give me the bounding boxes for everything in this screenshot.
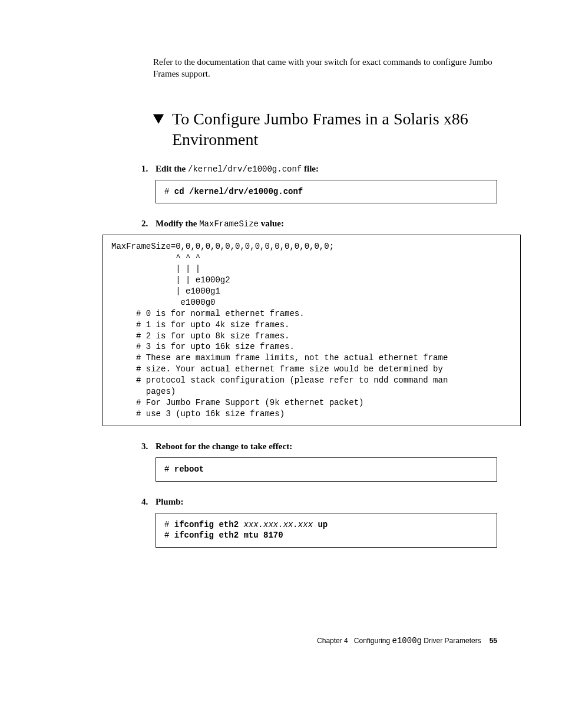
step-4: Plumb: # ifconfig eth2 xxx.xxx.xx.xxx up…: [141, 497, 497, 548]
section-heading: To Configure Jumbo Frames in a Solaris x…: [172, 108, 497, 150]
step-4-text: Plumb:: [156, 497, 497, 507]
step-3-text: Reboot for the change to take effect:: [156, 442, 497, 452]
line1-prefix: #: [164, 520, 174, 529]
code-block-2: MaxFrameSize=0,0,0,0,0,0,0,0,0,0,0,0,0,0…: [103, 235, 521, 426]
footer-chapter: Chapter 4: [317, 637, 348, 645]
footer-title-pre: Configuring: [354, 637, 392, 645]
line1-cmd1: ifconfig eth2: [174, 520, 244, 529]
line1-arg: xxx.xxx.xx.xxx: [243, 520, 313, 529]
footer-title-code: e1000g: [392, 636, 422, 645]
line2-cmd: ifconfig eth2 mtu 8170: [174, 531, 283, 540]
heading-row: To Configure Jumbo Frames in a Solaris x…: [153, 108, 497, 164]
triangle-down-icon: [153, 114, 164, 124]
code-block-1: # cd /kernel/drv/e1000g.conf: [156, 180, 497, 204]
steps-list: Edit the /kernel/drv/e1000g.conf file: #…: [141, 164, 497, 548]
step-2-text: Modify the MaxFrameSize value:: [156, 219, 497, 229]
content-block: Refer to the documentation that came wit…: [153, 56, 497, 548]
step-2-pre: Modify the: [156, 219, 199, 228]
footer-page-number: 55: [490, 637, 497, 645]
code-cmd: reboot: [174, 465, 204, 474]
code-prefix: #: [164, 187, 174, 196]
line1-cmd2: up: [313, 520, 328, 529]
footer-title-post: Driver Parameters: [422, 637, 481, 645]
step-1-pre: Edit the: [156, 164, 188, 173]
step-2-var: MaxFrameSize: [199, 219, 259, 229]
code-cmd: cd /kernel/drv/e1000g.conf: [174, 187, 303, 196]
code-block-3: # reboot: [156, 457, 497, 482]
code-block-4: # ifconfig eth2 xxx.xxx.xx.xxx up # ifco…: [156, 513, 497, 548]
step-2-post: value:: [259, 219, 284, 228]
step-3: Reboot for the change to take effect: # …: [141, 442, 497, 482]
page-container: Refer to the documentation that came wit…: [0, 0, 562, 548]
step-1-post: file:: [302, 164, 319, 173]
line2-prefix: #: [164, 531, 174, 540]
step-1: Edit the /kernel/drv/e1000g.conf file: #…: [141, 164, 497, 204]
step-1-text: Edit the /kernel/drv/e1000g.conf file:: [156, 164, 497, 174]
page-footer: Chapter 4 Configuring e1000g Driver Para…: [317, 636, 497, 645]
step-2: Modify the MaxFrameSize value: MaxFrameS…: [141, 219, 497, 426]
step-1-path: /kernel/drv/e1000g.conf: [188, 164, 302, 174]
code-prefix: #: [164, 465, 174, 474]
intro-paragraph: Refer to the documentation that came wit…: [153, 56, 497, 80]
